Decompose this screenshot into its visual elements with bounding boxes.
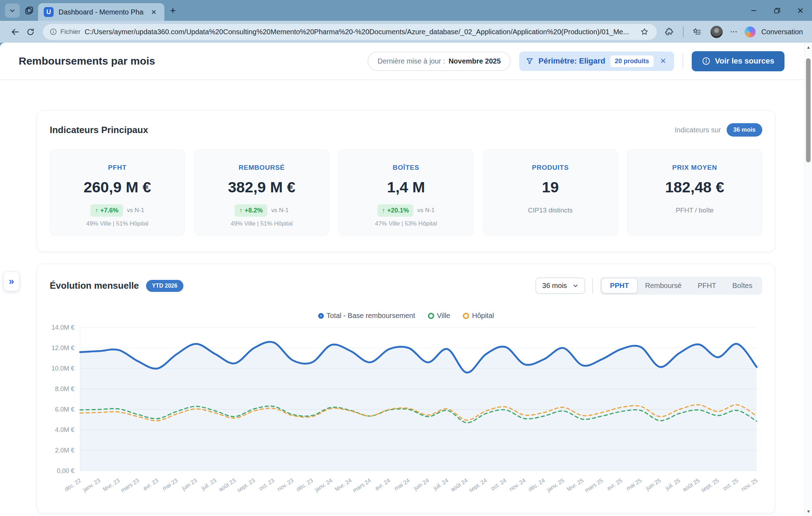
browser-tab[interactable]: U Dashboard - Memento Pharma ✕ (38, 3, 164, 21)
chevron-down-icon (572, 283, 578, 289)
perimeter-filter-chip[interactable]: Périmètre: Eligard 20 produits ✕ (519, 52, 674, 71)
info-icon (702, 57, 710, 65)
trend-up-icon: ↑ (382, 207, 385, 214)
metric-tab-ppht[interactable]: PPHT (602, 278, 637, 293)
svg-text:mai 25: mai 25 (625, 477, 643, 491)
kpi-card: PFHT 260,9 M € ↑+7.6% vs N-1 49% Ville |… (50, 149, 185, 235)
header-divider (683, 53, 683, 69)
favorites-list-icon (692, 27, 702, 36)
kpi-card-title: BOÎTES (393, 164, 419, 172)
trend-up-icon: ↑ (95, 207, 98, 214)
svg-text:juil. 24: juil. 24 (432, 477, 449, 491)
last-update-pill: Dernière mise à jour : Novembre 2025 (368, 52, 510, 71)
double-chevron-right-icon: » (9, 276, 14, 287)
page-scrollbar[interactable]: ▲ ▼ (804, 43, 812, 516)
svg-text:nov. 25: nov. 25 (740, 477, 758, 492)
svg-text:janv. 24: janv. 24 (314, 477, 333, 493)
svg-text:déc. 23: déc. 23 (295, 477, 314, 492)
profile-avatar[interactable] (710, 26, 723, 38)
copilot-label[interactable]: Conversation (761, 28, 803, 36)
svg-text:12.0M €: 12.0M € (51, 344, 74, 352)
kpi-card-title: REMBOURSÉ (238, 164, 285, 172)
kpi-delta-badge: ↑+20.1% (377, 204, 414, 217)
legend-item[interactable]: Total - Base remboursement (318, 312, 415, 320)
svg-text:4.0M €: 4.0M € (55, 426, 74, 433)
kpi-section-title: Indicateurs Principaux (50, 125, 148, 136)
range-select[interactable]: 36 mois (535, 277, 585, 294)
svg-text:mars 23: mars 23 (120, 477, 140, 493)
window-restore-button[interactable] (765, 1, 789, 20)
svg-text:2.0M €: 2.0M € (55, 447, 74, 454)
page-info-icon[interactable] (49, 28, 57, 36)
kpi-delta-badge: ↑+7.6% (90, 204, 123, 217)
dashboard-page: Remboursements par mois Dernière mise à … (0, 43, 812, 516)
kpi-card-value: 260,9 M € (84, 179, 151, 196)
svg-text:avr. 23: avr. 23 (142, 477, 159, 491)
svg-text:avr. 24: avr. 24 (374, 477, 392, 491)
svg-text:juil. 23: juil. 23 (200, 477, 217, 491)
kpi-delta-suffix: vs N-1 (271, 207, 289, 214)
workspaces-button[interactable] (23, 5, 35, 17)
kpi-period-badge[interactable]: 36 mois (727, 123, 762, 137)
refresh-button[interactable] (23, 24, 38, 40)
page-title: Remboursements par mois (19, 55, 155, 67)
svg-text:août 25: août 25 (681, 477, 701, 492)
svg-text:sept. 24: sept. 24 (468, 477, 488, 493)
legend-item[interactable]: Ville (428, 312, 450, 320)
bookmark-star-button[interactable] (638, 26, 650, 38)
kpi-delta-suffix: vs N-1 (127, 207, 144, 214)
kpi-card: BOÎTES 1,4 M ↑+20.1% vs N-1 47% Ville | … (338, 149, 473, 235)
last-update-label: Dernière mise à jour : (377, 57, 445, 65)
controls-divider (592, 278, 593, 294)
svg-text:oct. 24: oct. 24 (490, 477, 508, 491)
evolution-section: Évolution mensuelle YTD 2026 36 mois PPH… (37, 264, 775, 514)
kpi-card: PRODUITS 19 CIP13 distincts (483, 149, 618, 235)
favorites-button[interactable] (689, 24, 705, 40)
url-scheme-label: Fichier (60, 28, 80, 36)
toolbar-divider (683, 26, 684, 37)
kpi-card-value: 19 (542, 179, 559, 196)
copilot-icon[interactable] (745, 26, 756, 37)
kpi-split-text: 47% Ville | 53% Hôpital (375, 220, 437, 227)
close-icon (797, 7, 804, 14)
window-minimize-button[interactable] (742, 1, 765, 20)
svg-text:nov. 24: nov. 24 (508, 477, 527, 492)
kpi-card-title: PRODUITS (532, 164, 569, 172)
legend-item[interactable]: Hôpital (463, 312, 494, 320)
kpi-cards: PFHT 260,9 M € ↑+7.6% vs N-1 49% Ville |… (50, 149, 762, 235)
tab-close-icon[interactable]: ✕ (149, 7, 159, 17)
svg-text:déc. 24: déc. 24 (527, 477, 546, 492)
svg-text:janv. 23: janv. 23 (81, 477, 101, 493)
svg-text:sept. 25: sept. 25 (700, 477, 720, 493)
metric-tab-remboursé[interactable]: Remboursé (637, 278, 690, 293)
scrollbar-thumb[interactable] (806, 58, 811, 162)
metric-tab-boîtes[interactable]: Boîtes (724, 278, 761, 293)
back-button[interactable] (7, 24, 23, 40)
chart-area: 0,00 €2.0M €4.0M €6.0M €8.0M €10.0M €12.… (50, 323, 762, 507)
svg-text:sept. 23: sept. 23 (236, 477, 256, 493)
tab-search-button[interactable] (5, 4, 20, 18)
svg-text:oct. 23: oct. 23 (258, 477, 275, 491)
view-sources-button[interactable]: Voir les sources (692, 51, 784, 71)
filter-remove-icon[interactable]: ✕ (659, 57, 668, 65)
legend-label: Total - Base remboursement (327, 312, 415, 320)
range-select-value: 36 mois (542, 282, 567, 290)
scroll-up-arrow[interactable]: ▲ (805, 43, 812, 51)
scroll-down-arrow[interactable]: ▼ (805, 508, 812, 515)
svg-text:10.0M €: 10.0M € (51, 365, 74, 372)
expand-sidebar-button[interactable]: » (4, 271, 19, 291)
extensions-button[interactable] (662, 24, 677, 40)
settings-more-button[interactable] (728, 24, 739, 40)
metric-tab-pfht[interactable]: PFHT (690, 278, 724, 293)
filter-count-badge: 20 produits (610, 55, 654, 67)
kpi-split-text: 49% Ville | 51% Hôpital (231, 220, 293, 227)
address-bar[interactable]: Fichier C:/Users/aymer/updata360.com/Upd… (43, 24, 657, 40)
trend-up-icon: ↑ (239, 207, 242, 214)
tab-title: Dashboard - Memento Pharma (59, 8, 144, 16)
svg-text:8.0M €: 8.0M € (55, 385, 74, 392)
window-close-button[interactable] (789, 1, 812, 20)
legend-label: Ville (437, 312, 450, 320)
legend-marker-icon (463, 313, 469, 319)
new-tab-button[interactable]: + (170, 5, 176, 16)
svg-text:févr. 23: févr. 23 (102, 477, 121, 492)
